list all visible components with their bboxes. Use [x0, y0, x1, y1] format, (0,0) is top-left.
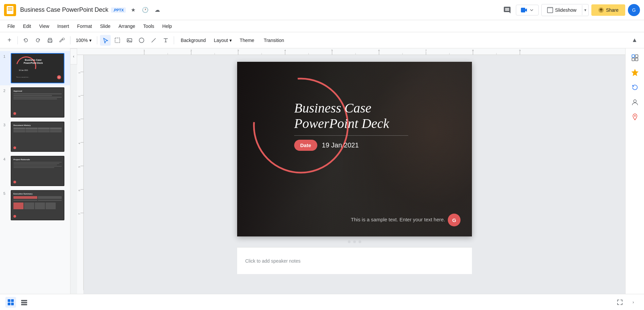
menu-edit[interactable]: Edit: [20, 22, 35, 30]
svg-rect-62: [8, 299, 10, 302]
slide-canvas-wrapper: Business Case PowerPoint Deck Date 19 Ja…: [237, 62, 472, 274]
slide-num-1: 1: [3, 54, 8, 58]
expand-view-button[interactable]: [614, 297, 625, 308]
menu-arrange[interactable]: Arrange: [115, 22, 139, 30]
layout-select[interactable]: Layout ▾: [211, 36, 234, 44]
svg-point-60: [634, 115, 636, 117]
share-button[interactable]: Share: [591, 4, 625, 16]
slide-panel: 1 Business CasePowerPoint Deck 19 Jan 20…: [0, 48, 70, 310]
slideshow-main-button[interactable]: Slideshow: [542, 4, 582, 16]
zoom-value: 100%: [76, 38, 88, 43]
user-avatar[interactable]: G: [628, 4, 640, 16]
main-layout: 1 Business CasePowerPoint Deck 19 Jan 20…: [0, 48, 644, 310]
canvas-scroll[interactable]: Business Case PowerPoint Deck Date 19 Ja…: [84, 55, 625, 310]
undo-button[interactable]: [20, 35, 31, 46]
meet-dropdown-icon: [530, 8, 534, 12]
svg-text:8: 8: [472, 49, 474, 52]
slide-dots: [348, 236, 361, 247]
add-button[interactable]: +: [4, 35, 15, 46]
cursor-tool[interactable]: [100, 35, 111, 46]
date-badge: Date: [294, 140, 317, 151]
svg-point-6: [62, 38, 64, 40]
slide-dot-1: [348, 240, 351, 243]
slide-thumbnail-2[interactable]: 2 Approval: [0, 85, 70, 120]
menu-view[interactable]: View: [36, 22, 53, 30]
line-tool[interactable]: [148, 35, 159, 46]
notes-area[interactable]: Click to add speaker notes: [237, 247, 472, 274]
menu-format[interactable]: Format: [74, 22, 95, 30]
comment-avatar[interactable]: G: [448, 214, 461, 226]
app-logo: [4, 4, 16, 16]
vertical-ruler: 1 2 3 4 5 6 7: [77, 55, 84, 310]
panel-toggle[interactable]: ‹: [70, 48, 77, 64]
svg-text:9: 9: [519, 49, 521, 52]
person-icon: [631, 98, 639, 106]
text-tool[interactable]: [160, 35, 171, 46]
svg-rect-56: [632, 58, 635, 61]
svg-text:3: 3: [78, 119, 81, 121]
map-pin-icon: [631, 113, 639, 121]
view-grid-button[interactable]: [5, 297, 16, 308]
svg-text:7: 7: [425, 49, 427, 52]
redo-icon: [35, 37, 41, 43]
date-value: 19 Jan 2021: [322, 141, 359, 149]
bottom-bar: ›: [0, 294, 644, 310]
sidebar-star-button[interactable]: [628, 66, 642, 79]
sidebar-refresh-button[interactable]: [628, 81, 642, 94]
toolbar: + 100% ▾ Background Layout ▾ Theme Trans…: [0, 32, 644, 48]
ruler-v-svg: 1 2 3 4 5 6 7: [77, 55, 84, 290]
slide-title-line1: Business Case: [294, 100, 408, 116]
expand-icon: [616, 299, 623, 306]
transition-button[interactable]: Transition: [260, 36, 288, 44]
shape-icon: [139, 37, 145, 43]
meet-button[interactable]: [516, 5, 539, 15]
sample-text[interactable]: This is a sample text. Enter your text h…: [351, 217, 445, 222]
sidebar-explore-button[interactable]: [628, 51, 642, 64]
theme-button[interactable]: Theme: [236, 36, 259, 44]
slide-thumbnail-3[interactable]: 3 Document History: [0, 120, 70, 154]
cloud-button[interactable]: ☁: [153, 5, 162, 15]
slide-preview-1: Business CasePowerPoint Deck 19 Jan 2021…: [11, 53, 64, 83]
slideshow-dropdown-button[interactable]: ▾: [582, 5, 588, 15]
menu-insert[interactable]: Insert: [54, 22, 72, 30]
collapse-toolbar-button[interactable]: ▲: [629, 35, 640, 46]
refresh-icon: [631, 84, 639, 91]
sidebar-person-button[interactable]: [628, 95, 642, 109]
slide-title-block[interactable]: Business Case PowerPoint Deck Date 19 Ja…: [294, 100, 408, 151]
select-box-tool[interactable]: [112, 35, 123, 46]
menu-slide[interactable]: Slide: [97, 22, 114, 30]
background-button[interactable]: Background: [177, 36, 210, 44]
redo-button[interactable]: [33, 35, 43, 46]
shape-tool[interactable]: [136, 35, 147, 46]
print-button[interactable]: [45, 35, 55, 46]
menu-tools[interactable]: Tools: [140, 22, 158, 30]
divider-2: [70, 36, 70, 44]
history-button[interactable]: 🕐: [141, 5, 150, 15]
view-list-button[interactable]: [19, 297, 30, 308]
slideshow-button-group: Slideshow ▾: [541, 4, 589, 16]
sidebar-map-button[interactable]: [628, 110, 642, 124]
panel-toggle-button[interactable]: ›: [628, 297, 639, 308]
title-icons: ★ 🕐 ☁: [128, 5, 162, 15]
menu-file[interactable]: File: [4, 22, 18, 30]
divider-1: [17, 36, 18, 44]
star-button[interactable]: ★: [128, 5, 138, 15]
slide-thumbnail-4[interactable]: 4 Project Rationale: [0, 154, 70, 188]
svg-rect-67: [21, 302, 27, 303]
svg-rect-55: [635, 55, 638, 57]
svg-text:5: 5: [78, 166, 81, 168]
slide-thumbnail-5[interactable]: 5 Executive Summary: [0, 188, 70, 222]
comment-button[interactable]: [501, 4, 513, 16]
zoom-select[interactable]: 100% ▾: [73, 36, 94, 44]
slide-canvas[interactable]: Business Case PowerPoint Deck Date 19 Ja…: [237, 62, 472, 236]
slide-num-2: 2: [3, 89, 8, 93]
layout-label: Layout: [214, 38, 228, 43]
svg-rect-65: [11, 303, 14, 305]
menu-help[interactable]: Help: [159, 22, 175, 30]
comment-icon: [503, 6, 511, 14]
slide-thumbnail-1[interactable]: 1 Business CasePowerPoint Deck 19 Jan 20…: [0, 51, 70, 85]
image-insert-tool[interactable]: [124, 35, 135, 46]
paint-button[interactable]: [57, 35, 67, 46]
line-icon: [151, 37, 157, 43]
slide-preview-2: Approval: [11, 87, 64, 118]
